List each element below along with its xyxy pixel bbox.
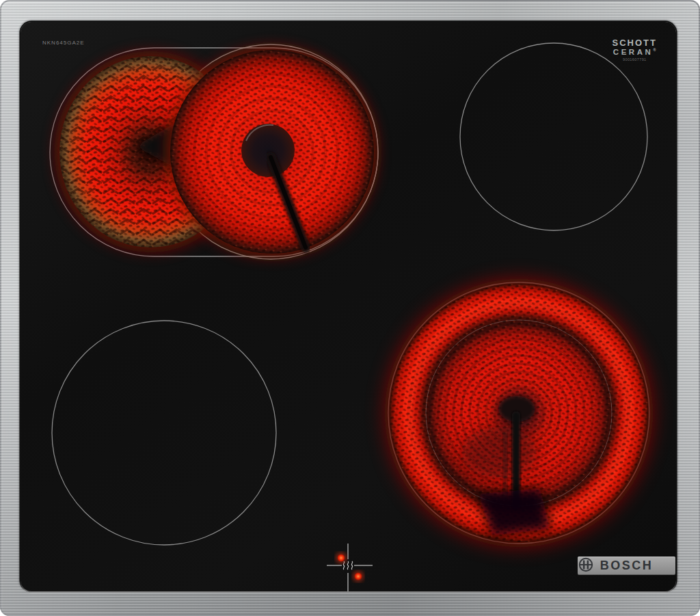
- zone-front-left-outline: [52, 321, 276, 545]
- model-code-print: NKN645GA2E: [42, 40, 85, 46]
- indicator-led-1: [338, 554, 345, 562]
- ceran-wordmark: CERAN®: [612, 48, 657, 56]
- zone-rear-right-outline: [460, 43, 647, 230]
- rear-left-main-element: [167, 46, 377, 257]
- schott-wordmark: SCHOTT: [612, 38, 657, 48]
- indicator-led-2: [355, 573, 362, 580]
- thermostat-cap: [241, 124, 295, 177]
- schott-ceran-logo: SCHOTT CERAN® 9001607791: [612, 38, 657, 62]
- cooktop-graphics: [21, 22, 676, 591]
- product-photo-ceramic-hob: NKN645GA2E SCHOTT CERAN® 9001607791 BOSC…: [0, 0, 700, 616]
- bosch-logo-band: BOSCH: [578, 557, 675, 575]
- bosch-anchor-icon: [578, 557, 594, 573]
- residual-heat-indicator: [327, 544, 373, 591]
- hot-surface-icon: [343, 561, 352, 570]
- bosch-wordmark: BOSCH: [600, 559, 654, 573]
- front-right-element: [385, 279, 653, 547]
- registered-mark: ®: [653, 48, 656, 52]
- print-number: 9001607791: [612, 58, 657, 62]
- glass-surface: NKN645GA2E SCHOTT CERAN® 9001607791 BOSC…: [21, 22, 676, 591]
